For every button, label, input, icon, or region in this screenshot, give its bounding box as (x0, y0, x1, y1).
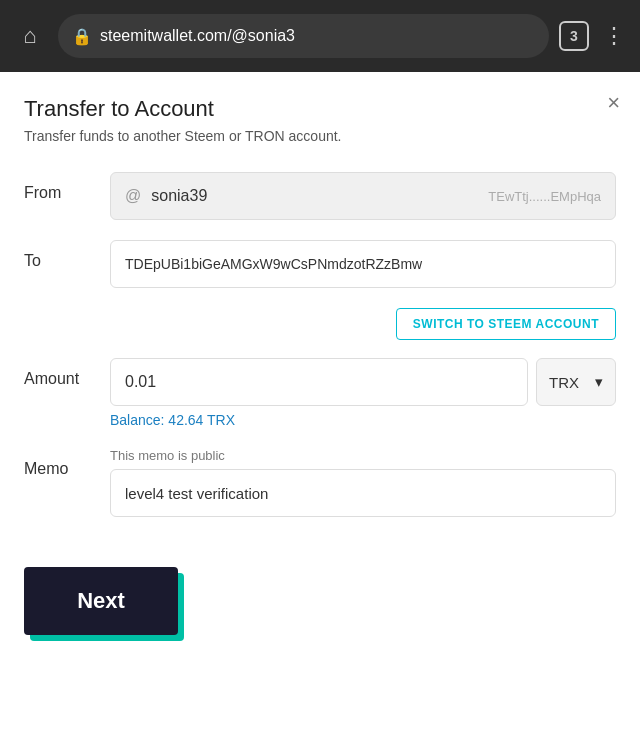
from-username: sonia39 (151, 187, 478, 205)
amount-input[interactable] (110, 358, 528, 406)
tab-count[interactable]: 3 (559, 21, 589, 51)
switch-btn-row: SWITCH TO STEEM ACCOUNT (24, 308, 616, 340)
home-button[interactable]: ⌂ (12, 18, 48, 54)
browser-menu-button[interactable]: ⋮ (599, 19, 628, 53)
from-field: @ sonia39 TEwTtj......EMpHqa (110, 172, 616, 220)
at-symbol: @ (125, 187, 141, 205)
switch-to-steem-button[interactable]: SWITCH TO STEEM ACCOUNT (396, 308, 616, 340)
card-subtitle: Transfer funds to another Steem or TRON … (24, 128, 616, 144)
transfer-card: × Transfer to Account Transfer funds to … (0, 72, 640, 729)
close-button[interactable]: × (607, 92, 620, 114)
amount-input-wrap: TRX ▾ (110, 358, 616, 406)
from-address: TEwTtj......EMpHqa (488, 189, 601, 204)
vertical-dots-icon: ⋮ (603, 23, 624, 48)
from-label: From (24, 172, 94, 202)
chevron-down-icon: ▾ (595, 373, 603, 391)
currency-label: TRX (549, 374, 579, 391)
memo-field-wrap: This memo is public (110, 448, 616, 517)
url-text: steemitwallet.com/@sonia3 (100, 27, 535, 45)
url-bar[interactable]: 🔒 steemitwallet.com/@sonia3 (58, 14, 549, 58)
next-button[interactable]: Next (24, 567, 178, 635)
from-row: From @ sonia39 TEwTtj......EMpHqa (24, 172, 616, 220)
to-field-wrap (110, 240, 616, 288)
balance-text[interactable]: Balance: 42.64 TRX (110, 412, 616, 428)
memo-label: Memo (24, 448, 94, 478)
amount-label: Amount (24, 358, 94, 388)
next-button-wrap: Next (24, 567, 178, 635)
amount-field-wrap: TRX ▾ Balance: 42.64 TRX (110, 358, 616, 428)
to-label: To (24, 240, 94, 270)
to-row: To (24, 240, 616, 288)
home-icon: ⌂ (23, 23, 36, 49)
card-title: Transfer to Account (24, 96, 616, 122)
amount-row: Amount TRX ▾ Balance: 42.64 TRX (24, 358, 616, 428)
browser-bar: ⌂ 🔒 steemitwallet.com/@sonia3 3 ⋮ (0, 0, 640, 72)
memo-row: Memo This memo is public (24, 448, 616, 517)
memo-hint: This memo is public (110, 448, 616, 463)
lock-icon: 🔒 (72, 27, 92, 46)
currency-select[interactable]: TRX ▾ (536, 358, 616, 406)
to-input[interactable] (110, 240, 616, 288)
memo-input[interactable] (110, 469, 616, 517)
from-field-wrap: @ sonia39 TEwTtj......EMpHqa (110, 172, 616, 220)
